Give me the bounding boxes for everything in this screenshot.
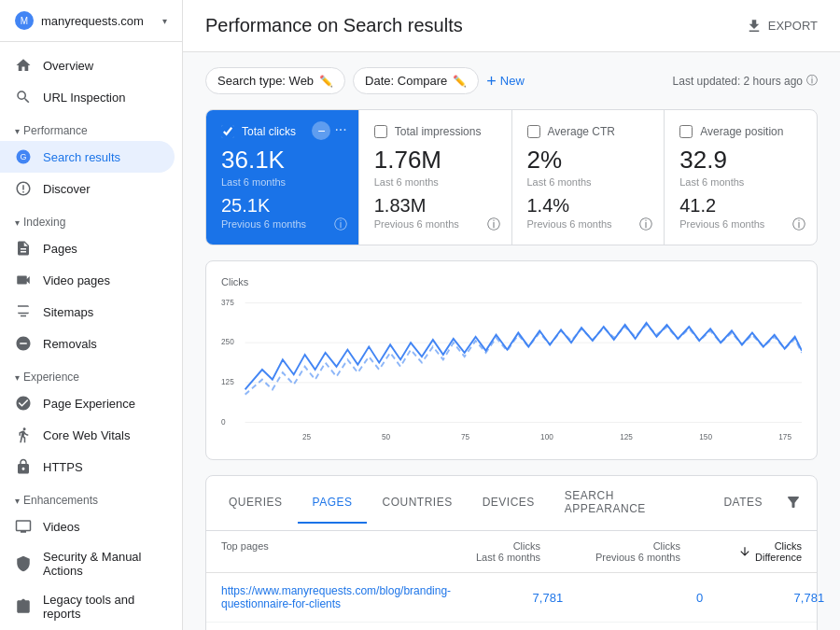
- row1-clicks-prev: 0: [563, 591, 703, 605]
- sidebar-item-search-results[interactable]: G Search results: [0, 141, 175, 173]
- sidebar-item-https[interactable]: HTTPS: [0, 451, 175, 483]
- sidebar-label-url-inspection: URL Inspection: [43, 91, 125, 105]
- sidebar-item-core-web-vitals[interactable]: Core Web Vitals: [0, 419, 175, 451]
- domain-dropdown-icon[interactable]: ▾: [162, 16, 167, 26]
- sidebar-label-overview: Overview: [43, 59, 93, 73]
- metric-label-ctr: Average CTR: [548, 125, 615, 138]
- vitals-icon: [15, 427, 32, 443]
- row1-clicks-last: 7,781: [451, 591, 563, 605]
- sidebar-label-pages: Pages: [43, 242, 77, 256]
- lock-icon: [15, 458, 32, 475]
- tab-dates[interactable]: DATES: [708, 483, 777, 524]
- sidebar-item-videos[interactable]: Videos: [0, 511, 175, 542]
- domain-icon: M: [15, 11, 34, 30]
- metric-more-button[interactable]: ···: [334, 121, 346, 140]
- metric-info-icon-4[interactable]: ⓘ: [792, 217, 805, 233]
- svg-text:125: 125: [221, 376, 234, 386]
- date-filter[interactable]: Date: Compare ✏️: [353, 67, 479, 94]
- video-icon: [15, 272, 32, 288]
- new-button[interactable]: + New: [486, 73, 525, 90]
- sidebar-label-video-pages: Video pages: [43, 273, 110, 287]
- svg-text:100: 100: [540, 431, 553, 441]
- sidebar-label-search-results: Search results: [43, 150, 120, 164]
- sidebar-item-overview[interactable]: Overview: [0, 49, 175, 81]
- tab-queries[interactable]: QUERIES: [214, 483, 298, 524]
- sidebar-item-page-experience[interactable]: Page Experience: [0, 387, 175, 419]
- sidebar-item-video-pages[interactable]: Video pages: [0, 264, 175, 296]
- section-indexing[interactable]: ▾ Indexing: [0, 204, 182, 232]
- metric-period2-clicks: Previous 6 months: [221, 218, 343, 230]
- metric-checkbox-position[interactable]: Average position: [679, 125, 802, 138]
- metric-label-position: Average position: [700, 125, 783, 138]
- metric-info-icon-3[interactable]: ⓘ: [639, 217, 652, 233]
- metric-period2-impressions: Previous 6 months: [374, 218, 497, 230]
- video2-icon: [15, 518, 32, 535]
- svg-text:150: 150: [699, 431, 712, 441]
- tab-search-appearance[interactable]: SEARCH APPEARANCE: [550, 476, 709, 530]
- section-indexing-label: Indexing: [23, 216, 65, 229]
- tab-countries[interactable]: COUNTRIES: [367, 483, 467, 524]
- sort-icon: [738, 545, 751, 558]
- clicks-checkbox[interactable]: [221, 125, 234, 138]
- row1-url[interactable]: https://www.manyrequests.com/blog/brandi…: [221, 584, 451, 610]
- metric-info-icon-2[interactable]: ⓘ: [487, 217, 500, 233]
- sidebar-item-discover[interactable]: Discover: [0, 173, 175, 204]
- remove-icon: [15, 335, 32, 352]
- sidebar-label-videos: Videos: [43, 520, 80, 534]
- metric-info-icon[interactable]: ⓘ: [334, 217, 347, 233]
- section-performance-label: Performance: [23, 124, 88, 137]
- metric-checkbox-ctr[interactable]: Average CTR: [527, 125, 650, 138]
- search-type-label: Search type: Web: [217, 74, 314, 88]
- metric-card-clicks: Total clicks 36.1K Last 6 months 25.1K P…: [206, 110, 359, 245]
- sidebar-item-security[interactable]: Security & Manual Actions: [0, 542, 175, 585]
- tab-pages[interactable]: PAGES: [298, 483, 368, 524]
- col-diff-label: Clicks Difference: [755, 540, 802, 563]
- metric-minus-button[interactable]: −: [312, 121, 330, 140]
- sidebar-item-legacy[interactable]: Legacy tools and reports: [0, 585, 175, 628]
- metric-card-ctr: Average CTR 2% Last 6 months 1.4% Previo…: [512, 110, 665, 245]
- home-icon: [15, 57, 32, 74]
- main-content-area: Performance on Search results EXPORT Sea…: [183, 0, 840, 630]
- metric-value-position: 32.9: [679, 146, 802, 175]
- svg-text:175: 175: [778, 431, 791, 441]
- impressions-checkbox[interactable]: [374, 125, 387, 138]
- sidebar-label-security: Security & Manual Actions: [43, 550, 160, 578]
- document-icon: [15, 240, 32, 257]
- chart-svg: 375 250 125 0 25 50 75: [221, 295, 802, 444]
- section-experience[interactable]: ▾ Experience: [0, 359, 182, 387]
- col-header-clicks-prev: Clicks Previous 6 months: [540, 540, 680, 563]
- filter-bar: Search type: Web ✏️ Date: Compare ✏️ + N…: [205, 67, 818, 94]
- sidebar-label-page-experience: Page Experience: [43, 397, 135, 411]
- export-button[interactable]: EXPORT: [746, 18, 818, 35]
- table-header: Top pages Clicks Last 6 months Clicks Pr…: [206, 531, 817, 573]
- sidebar-item-url-inspection[interactable]: URL Inspection: [0, 81, 175, 113]
- edit-icon: ✏️: [319, 75, 333, 88]
- table-row: https://www.manyrequests.com/blog/brandi…: [206, 573, 817, 623]
- filter-icon[interactable]: [777, 486, 809, 521]
- metric-card-impressions: Total impressions 1.76M Last 6 months 1.…: [359, 110, 512, 245]
- search-type-filter[interactable]: Search type: Web ✏️: [205, 67, 345, 94]
- sidebar-label-https: HTTPS: [43, 460, 83, 474]
- info-icon: ⓘ: [806, 73, 818, 89]
- metric-period-ctr: Last 6 months: [527, 176, 650, 188]
- sidebar-item-sitemaps[interactable]: Sitemaps: [0, 296, 175, 328]
- date-label: Date: Compare: [365, 74, 447, 88]
- svg-text:0: 0: [221, 416, 226, 427]
- metric-checkbox-impressions[interactable]: Total impressions: [374, 125, 497, 138]
- new-label: New: [500, 74, 525, 88]
- sidebar-item-removals[interactable]: Removals: [0, 328, 175, 359]
- section-experience-label: Experience: [23, 371, 79, 384]
- tab-devices[interactable]: DEVICES: [468, 483, 550, 524]
- col-header-pages: Top pages: [221, 540, 428, 563]
- svg-text:75: 75: [461, 431, 469, 441]
- ctr-checkbox[interactable]: [527, 125, 540, 138]
- metric-actions: − ···: [312, 121, 346, 140]
- metric-value-clicks: 36.1K: [221, 146, 343, 175]
- sidebar-item-pages[interactable]: Pages: [0, 232, 175, 264]
- metric-period-clicks: Last 6 months: [221, 176, 343, 188]
- position-checkbox[interactable]: [679, 125, 693, 138]
- section-performance[interactable]: ▾ Performance: [0, 113, 182, 141]
- table-row: https://www.manyrequests.com/ 4,483 2,83…: [206, 623, 817, 630]
- experience-icon: [15, 395, 32, 412]
- section-enhancements[interactable]: ▾ Enhancements: [0, 483, 182, 511]
